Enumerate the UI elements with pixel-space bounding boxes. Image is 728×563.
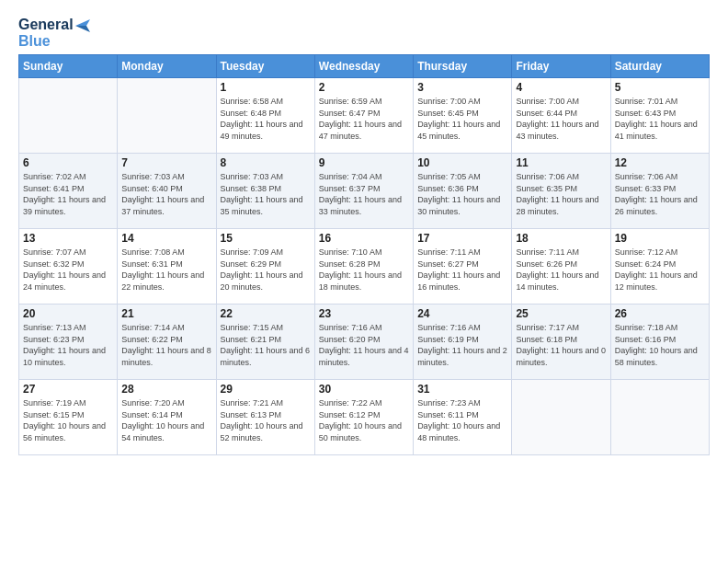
bird-icon: [75, 19, 90, 32]
day-number: 31: [417, 383, 507, 396]
calendar-cell: 5Sunrise: 7:01 AMSunset: 6:43 PMDaylight…: [610, 78, 709, 154]
day-number: 3: [417, 81, 507, 94]
day-number: 9: [319, 156, 409, 169]
calendar-cell: 27Sunrise: 7:19 AMSunset: 6:15 PMDayligh…: [19, 380, 118, 455]
calendar-table: SundayMondayTuesdayWednesdayThursdayFrid…: [18, 54, 710, 455]
calendar-cell: 21Sunrise: 7:14 AMSunset: 6:22 PMDayligh…: [118, 304, 216, 380]
day-number: 24: [417, 307, 507, 320]
day-info: Sunrise: 7:00 AMSunset: 6:44 PMDaylight:…: [516, 96, 606, 142]
logo-text: General Blue: [18, 17, 90, 49]
day-number: 18: [516, 232, 606, 245]
day-number: 27: [23, 383, 113, 396]
calendar-cell: 13Sunrise: 7:07 AMSunset: 6:32 PMDayligh…: [19, 229, 118, 304]
calendar-cell: 19Sunrise: 7:12 AMSunset: 6:24 PMDayligh…: [610, 229, 709, 304]
day-number: 22: [221, 307, 311, 320]
header: General Blue: [18, 17, 710, 49]
day-info: Sunrise: 7:03 AMSunset: 6:38 PMDaylight:…: [221, 171, 311, 217]
day-info: Sunrise: 7:19 AMSunset: 6:15 PMDaylight:…: [23, 397, 113, 443]
day-info: Sunrise: 7:01 AMSunset: 6:43 PMDaylight:…: [615, 96, 705, 142]
calendar-cell: 6Sunrise: 7:02 AMSunset: 6:41 PMDaylight…: [19, 154, 118, 229]
calendar-cell: 28Sunrise: 7:20 AMSunset: 6:14 PMDayligh…: [118, 380, 216, 455]
calendar-cell: 31Sunrise: 7:23 AMSunset: 6:11 PMDayligh…: [414, 380, 512, 455]
weekday-header-thursday: Thursday: [414, 55, 512, 78]
calendar-cell: [512, 380, 610, 455]
calendar-cell: 22Sunrise: 7:15 AMSunset: 6:21 PMDayligh…: [216, 304, 314, 380]
day-number: 15: [221, 232, 311, 245]
day-info: Sunrise: 7:21 AMSunset: 6:13 PMDaylight:…: [221, 397, 311, 443]
day-info: Sunrise: 7:05 AMSunset: 6:36 PMDaylight:…: [417, 171, 507, 217]
day-info: Sunrise: 7:11 AMSunset: 6:27 PMDaylight:…: [417, 247, 507, 293]
day-number: 8: [221, 156, 311, 169]
day-number: 2: [319, 81, 409, 94]
calendar-cell: 23Sunrise: 7:16 AMSunset: 6:20 PMDayligh…: [314, 304, 413, 380]
calendar-cell: 1Sunrise: 6:58 AMSunset: 6:48 PMDaylight…: [216, 78, 314, 154]
day-info: Sunrise: 7:09 AMSunset: 6:29 PMDaylight:…: [221, 247, 311, 293]
day-info: Sunrise: 7:15 AMSunset: 6:21 PMDaylight:…: [221, 322, 311, 368]
calendar-cell: 4Sunrise: 7:00 AMSunset: 6:44 PMDaylight…: [512, 78, 610, 154]
weekday-header-row: SundayMondayTuesdayWednesdayThursdayFrid…: [19, 55, 710, 78]
calendar-cell: 2Sunrise: 6:59 AMSunset: 6:47 PMDaylight…: [314, 78, 413, 154]
day-info: Sunrise: 7:17 AMSunset: 6:18 PMDaylight:…: [516, 322, 606, 368]
day-number: 4: [516, 81, 606, 94]
day-info: Sunrise: 6:58 AMSunset: 6:48 PMDaylight:…: [221, 96, 311, 142]
day-info: Sunrise: 7:02 AMSunset: 6:41 PMDaylight:…: [23, 171, 113, 217]
day-number: 12: [615, 156, 705, 169]
calendar-cell: [118, 78, 216, 154]
calendar-week-row: 6Sunrise: 7:02 AMSunset: 6:41 PMDaylight…: [19, 154, 710, 229]
day-number: 26: [615, 307, 705, 320]
day-number: 7: [121, 156, 211, 169]
weekday-header-monday: Monday: [118, 55, 216, 78]
calendar-cell: 26Sunrise: 7:18 AMSunset: 6:16 PMDayligh…: [610, 304, 709, 380]
day-info: Sunrise: 7:22 AMSunset: 6:12 PMDaylight:…: [319, 397, 409, 443]
day-number: 17: [417, 232, 507, 245]
calendar-cell: 15Sunrise: 7:09 AMSunset: 6:29 PMDayligh…: [216, 229, 314, 304]
day-info: Sunrise: 7:06 AMSunset: 6:35 PMDaylight:…: [516, 171, 606, 217]
calendar-cell: 25Sunrise: 7:17 AMSunset: 6:18 PMDayligh…: [512, 304, 610, 380]
calendar-week-row: 27Sunrise: 7:19 AMSunset: 6:15 PMDayligh…: [19, 380, 710, 455]
day-info: Sunrise: 7:20 AMSunset: 6:14 PMDaylight:…: [121, 397, 211, 443]
day-number: 10: [417, 156, 507, 169]
day-number: 16: [319, 232, 409, 245]
day-number: 25: [516, 307, 606, 320]
day-number: 20: [23, 307, 113, 320]
calendar-week-row: 20Sunrise: 7:13 AMSunset: 6:23 PMDayligh…: [19, 304, 710, 380]
weekday-header-sunday: Sunday: [19, 55, 118, 78]
calendar-cell: 29Sunrise: 7:21 AMSunset: 6:13 PMDayligh…: [216, 380, 314, 455]
calendar-cell: 30Sunrise: 7:22 AMSunset: 6:12 PMDayligh…: [314, 380, 413, 455]
calendar-cell: 20Sunrise: 7:13 AMSunset: 6:23 PMDayligh…: [19, 304, 118, 380]
day-info: Sunrise: 7:06 AMSunset: 6:33 PMDaylight:…: [615, 171, 705, 217]
day-info: Sunrise: 7:08 AMSunset: 6:31 PMDaylight:…: [121, 247, 211, 293]
day-number: 19: [615, 232, 705, 245]
day-info: Sunrise: 7:16 AMSunset: 6:19 PMDaylight:…: [417, 322, 507, 368]
calendar-week-row: 13Sunrise: 7:07 AMSunset: 6:32 PMDayligh…: [19, 229, 710, 304]
logo: General Blue: [18, 17, 90, 49]
calendar-cell: 18Sunrise: 7:11 AMSunset: 6:26 PMDayligh…: [512, 229, 610, 304]
day-number: 5: [615, 81, 705, 94]
day-number: 21: [121, 307, 211, 320]
calendar-week-row: 1Sunrise: 6:58 AMSunset: 6:48 PMDaylight…: [19, 78, 710, 154]
day-number: 28: [121, 383, 211, 396]
day-number: 13: [23, 232, 113, 245]
weekday-header-friday: Friday: [512, 55, 610, 78]
calendar-cell: 10Sunrise: 7:05 AMSunset: 6:36 PMDayligh…: [414, 154, 512, 229]
day-number: 11: [516, 156, 606, 169]
calendar-cell: 12Sunrise: 7:06 AMSunset: 6:33 PMDayligh…: [610, 154, 709, 229]
day-number: 30: [319, 383, 409, 396]
day-number: 23: [319, 307, 409, 320]
day-info: Sunrise: 7:23 AMSunset: 6:11 PMDaylight:…: [417, 397, 507, 443]
calendar-cell: 16Sunrise: 7:10 AMSunset: 6:28 PMDayligh…: [314, 229, 413, 304]
calendar-cell: 3Sunrise: 7:00 AMSunset: 6:45 PMDaylight…: [414, 78, 512, 154]
page: General Blue SundayMondayTuesdayWednesda…: [0, 0, 728, 563]
weekday-header-tuesday: Tuesday: [216, 55, 314, 78]
day-number: 1: [221, 81, 311, 94]
day-info: Sunrise: 7:10 AMSunset: 6:28 PMDaylight:…: [319, 247, 409, 293]
day-info: Sunrise: 7:16 AMSunset: 6:20 PMDaylight:…: [319, 322, 409, 368]
day-info: Sunrise: 7:03 AMSunset: 6:40 PMDaylight:…: [121, 171, 211, 217]
day-info: Sunrise: 7:00 AMSunset: 6:45 PMDaylight:…: [417, 96, 507, 142]
calendar-cell: [19, 78, 118, 154]
day-number: 29: [221, 383, 311, 396]
calendar-cell: 14Sunrise: 7:08 AMSunset: 6:31 PMDayligh…: [118, 229, 216, 304]
weekday-header-saturday: Saturday: [610, 55, 709, 78]
day-number: 14: [121, 232, 211, 245]
svg-marker-1: [75, 26, 90, 32]
